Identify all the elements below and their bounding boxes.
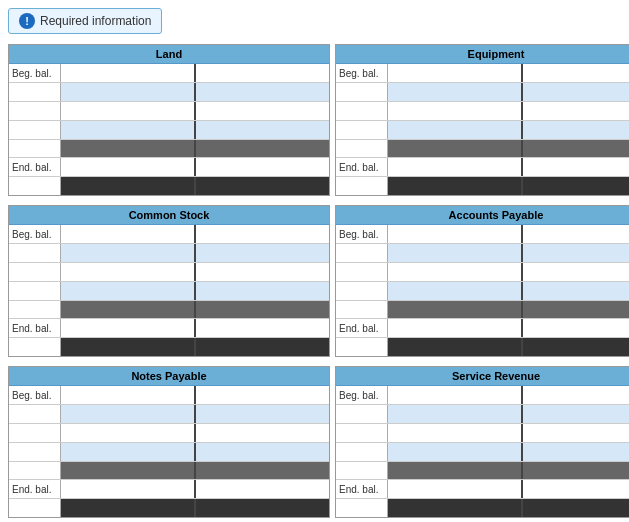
land-div-label	[9, 140, 61, 157]
sr-beg-row: Beg. bal.	[336, 386, 629, 405]
land-entry-1-debit[interactable]	[61, 83, 196, 101]
service-revenue-header: Service Revenue	[336, 367, 629, 386]
cs-e3-credit[interactable]	[196, 282, 329, 300]
np-e3-credit[interactable]	[196, 443, 329, 461]
ap-beg-debit[interactable]	[388, 225, 523, 243]
equipment-entry-1-credit[interactable]	[523, 83, 629, 101]
land-entry-3-credit[interactable]	[196, 121, 329, 139]
equipment-entry-3	[336, 121, 629, 140]
land-beg-debit[interactable]	[61, 64, 196, 82]
required-banner: ! Required information	[8, 8, 162, 34]
land-entry-1-label	[9, 83, 61, 101]
np-e2-debit[interactable]	[61, 424, 196, 442]
equipment-entry-2-credit[interactable]	[523, 102, 629, 120]
ap-e3-credit[interactable]	[523, 282, 629, 300]
np-e1-credit[interactable]	[196, 405, 329, 423]
cs-end-credit[interactable]	[196, 319, 329, 337]
np-e3-debit[interactable]	[61, 443, 196, 461]
ap-extra	[336, 338, 629, 356]
equipment-div-label	[336, 140, 388, 157]
sr-e3-debit[interactable]	[388, 443, 523, 461]
land-beg-row: Beg. bal.	[9, 64, 329, 83]
np-end-row: End. bal.	[9, 480, 329, 499]
np-beg-debit[interactable]	[61, 386, 196, 404]
common-stock-header: Common Stock	[9, 206, 329, 225]
notes-payable-header: Notes Payable	[9, 367, 329, 386]
np-e2-credit[interactable]	[196, 424, 329, 442]
sr-beg-debit[interactable]	[388, 386, 523, 404]
land-entry-1-credit[interactable]	[196, 83, 329, 101]
land-entry-3-label	[9, 121, 61, 139]
sr-e1-debit[interactable]	[388, 405, 523, 423]
cs-beg-debit[interactable]	[61, 225, 196, 243]
land-beg-label: Beg. bal.	[9, 64, 61, 82]
sr-end-debit[interactable]	[388, 480, 523, 498]
equipment-beg-row: Beg. bal.	[336, 64, 629, 83]
land-entry-2-debit[interactable]	[61, 102, 196, 120]
ap-divider	[336, 301, 629, 319]
equipment-entry-1-debit[interactable]	[388, 83, 523, 101]
ap-e2-credit[interactable]	[523, 263, 629, 281]
land-divider	[9, 140, 329, 158]
land-header: Land	[9, 45, 329, 64]
sr-end-row: End. bal.	[336, 480, 629, 499]
equipment-extra	[336, 177, 629, 195]
np-beg-credit[interactable]	[196, 386, 329, 404]
equipment-beg-debit[interactable]	[388, 64, 523, 82]
land-entry-3-debit[interactable]	[61, 121, 196, 139]
equipment-entry-3-debit[interactable]	[388, 121, 523, 139]
land-entry-2	[9, 102, 329, 121]
ap-e1-debit[interactable]	[388, 244, 523, 262]
cs-e1-credit[interactable]	[196, 244, 329, 262]
page-wrapper: ! Required information Land Beg. bal.	[0, 0, 629, 522]
ap-e2-debit[interactable]	[388, 263, 523, 281]
cs-e3-debit[interactable]	[61, 282, 196, 300]
equipment-beg-credit[interactable]	[523, 64, 629, 82]
cs-entry-1	[9, 244, 329, 263]
cs-e2-credit[interactable]	[196, 263, 329, 281]
equipment-entry-1-label	[336, 83, 388, 101]
equipment-entry-2-debit[interactable]	[388, 102, 523, 120]
equipment-entry-3-credit[interactable]	[523, 121, 629, 139]
equipment-header: Equipment	[336, 45, 629, 64]
equipment-extra-label	[336, 177, 388, 195]
ap-end-credit[interactable]	[523, 319, 629, 337]
ap-e3-debit[interactable]	[388, 282, 523, 300]
t-account-accounts-payable: Accounts Payable Beg. bal.	[335, 205, 629, 357]
sr-end-credit[interactable]	[523, 480, 629, 498]
np-beg-label: Beg. bal.	[9, 386, 61, 404]
cs-end-label: End. bal.	[9, 319, 61, 337]
cs-e2-debit[interactable]	[61, 263, 196, 281]
sr-e2-debit[interactable]	[388, 424, 523, 442]
land-beg-credit[interactable]	[196, 64, 329, 82]
equipment-end-credit[interactable]	[523, 158, 629, 176]
cs-end-debit[interactable]	[61, 319, 196, 337]
ap-end-label: End. bal.	[336, 319, 388, 337]
cs-e1-debit[interactable]	[61, 244, 196, 262]
ap-entry-1	[336, 244, 629, 263]
equipment-end-debit[interactable]	[388, 158, 523, 176]
np-entry-2	[9, 424, 329, 443]
t-account-land: Land Beg. bal.	[8, 44, 330, 196]
sr-e1-credit[interactable]	[523, 405, 629, 423]
equipment-beg-label: Beg. bal.	[336, 64, 388, 82]
sr-beg-credit[interactable]	[523, 386, 629, 404]
cs-beg-credit[interactable]	[196, 225, 329, 243]
np-end-credit[interactable]	[196, 480, 329, 498]
np-end-debit[interactable]	[61, 480, 196, 498]
land-end-label: End. bal.	[9, 158, 61, 176]
ap-beg-credit[interactable]	[523, 225, 629, 243]
sr-e2-credit[interactable]	[523, 424, 629, 442]
cs-divider	[9, 301, 329, 319]
ap-entry-2	[336, 263, 629, 282]
land-entry-2-credit[interactable]	[196, 102, 329, 120]
land-end-debit[interactable]	[61, 158, 196, 176]
sr-divider	[336, 462, 629, 480]
ap-e1-credit[interactable]	[523, 244, 629, 262]
sr-end-label: End. bal.	[336, 480, 388, 498]
np-e1-debit[interactable]	[61, 405, 196, 423]
t-account-notes-payable: Notes Payable Beg. bal.	[8, 366, 330, 518]
sr-e3-credit[interactable]	[523, 443, 629, 461]
land-end-credit[interactable]	[196, 158, 329, 176]
ap-end-debit[interactable]	[388, 319, 523, 337]
